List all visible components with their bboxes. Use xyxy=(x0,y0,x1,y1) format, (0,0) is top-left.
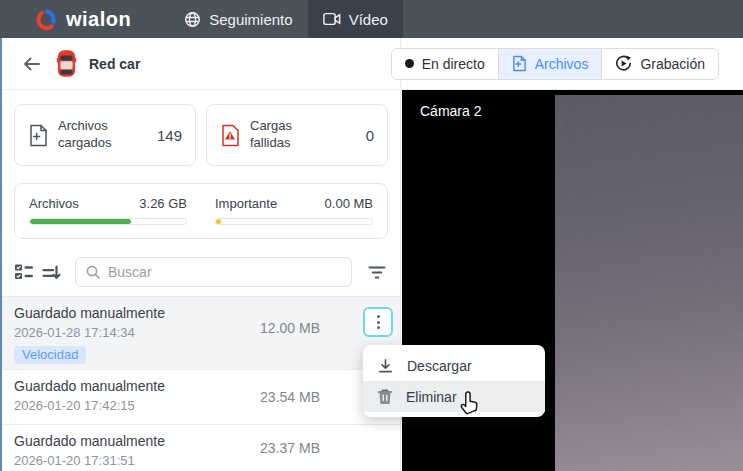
live-dot-icon xyxy=(405,59,414,68)
video-frame xyxy=(555,95,743,471)
multi-select-button[interactable] xyxy=(14,263,34,281)
top-navigation: Seguimiento Vídeo xyxy=(169,0,403,38)
wialon-logo-icon xyxy=(34,8,57,31)
window-edge xyxy=(0,38,2,471)
unit-header-left: Red car xyxy=(0,38,401,89)
camera-label: Cámara 2 xyxy=(420,103,481,119)
trash-icon xyxy=(377,388,393,405)
usage-progressbar xyxy=(215,218,373,225)
usage-label: Importante xyxy=(215,196,277,211)
files-panel: Archivos cargados 149 Cargas fallidas 0 xyxy=(0,90,401,471)
usage-label: Archivos xyxy=(29,196,79,211)
file-title: Guardado manualmente xyxy=(14,305,386,321)
tab-video[interactable]: Vídeo xyxy=(308,0,403,38)
list-toolbar xyxy=(14,257,386,287)
usage-value: 0.00 MB xyxy=(325,196,373,211)
menu-item-label: Eliminar xyxy=(406,389,457,405)
file-datetime: 2026-01-28 17:14:34 xyxy=(14,325,386,340)
video-mode-switch: En directo Archivos xyxy=(391,48,719,80)
search-box xyxy=(75,257,352,287)
unit-name: Red car xyxy=(89,56,140,72)
sort-button[interactable] xyxy=(42,264,61,281)
wialon-video-app: wialon Seguimiento xyxy=(0,0,743,471)
file-size: 12.00 MB xyxy=(260,320,320,336)
stat-label: Cargas fallidas xyxy=(250,118,334,152)
playback-icon xyxy=(615,55,632,72)
file-datetime: 2026-01-20 17:31:51 xyxy=(14,453,386,468)
stat-card-failed: Cargas fallidas 0 xyxy=(206,104,388,166)
back-button[interactable] xyxy=(20,53,44,75)
file-title: Guardado manualmente xyxy=(14,433,386,449)
file-list: Guardado manualmente 2026-01-28 17:14:34… xyxy=(0,296,400,471)
tab-label: Vídeo xyxy=(349,11,388,28)
tab-label: Seguimiento xyxy=(209,11,292,28)
video-camera-icon xyxy=(323,12,341,26)
usage-progressbar xyxy=(29,218,187,225)
menu-item-eliminar[interactable]: Eliminar xyxy=(363,381,545,412)
usage-value: 3.26 GB xyxy=(139,196,187,211)
unit-car-icon xyxy=(56,49,77,78)
row-actions-button[interactable] xyxy=(363,307,393,337)
brand-name: wialon xyxy=(66,8,131,31)
wialon-logo: wialon xyxy=(34,0,131,38)
file-error-icon xyxy=(220,124,240,147)
mode-label: Archivos xyxy=(535,56,589,72)
globe-icon xyxy=(184,11,201,28)
stat-label: Archivos cargados xyxy=(58,118,142,152)
tab-seguimiento[interactable]: Seguimiento xyxy=(169,0,307,38)
file-import-icon xyxy=(512,55,527,72)
file-row[interactable]: Guardado manualmente 2026-01-20 17:31:51… xyxy=(0,425,400,471)
mode-label: Grabación xyxy=(640,56,705,72)
usage-archivos: Archivos 3.26 GB xyxy=(15,196,201,225)
file-title: Guardado manualmente xyxy=(14,378,386,394)
usage-progress-fill xyxy=(30,219,131,224)
topbar: wialon Seguimiento xyxy=(0,0,743,38)
file-datetime: 2026-01-20 17:42:15 xyxy=(14,398,386,413)
download-icon xyxy=(377,358,394,374)
file-add-icon xyxy=(28,124,48,147)
file-row[interactable]: Guardado manualmente 2026-01-20 17:42:15… xyxy=(0,370,400,425)
mode-en-directo-button[interactable]: En directo xyxy=(392,49,499,79)
file-size: 23.37 MB xyxy=(260,440,320,456)
stats-cards: Archivos cargados 149 Cargas fallidas 0 xyxy=(14,104,388,166)
usage-progress-fill xyxy=(216,219,221,224)
stat-value: 149 xyxy=(157,127,182,144)
unit-header: Red car En directo Archivos xyxy=(0,38,743,90)
stat-value: 0 xyxy=(366,127,374,144)
menu-item-descargar[interactable]: Descargar xyxy=(363,350,545,381)
mode-grabacion-button[interactable]: Grabación xyxy=(602,49,718,79)
storage-usage-card: Archivos 3.26 GB Importante 0.00 MB xyxy=(14,183,388,239)
file-tag-badge: Velocidad xyxy=(14,346,86,364)
filter-icon[interactable] xyxy=(368,265,386,280)
menu-item-label: Descargar xyxy=(407,358,472,374)
mode-archivos-button[interactable]: Archivos xyxy=(499,49,603,79)
usage-importante: Importante 0.00 MB xyxy=(201,196,387,225)
file-context-menu: Descargar Eliminar xyxy=(363,345,545,417)
file-size: 23.54 MB xyxy=(260,389,320,405)
file-row[interactable]: Guardado manualmente 2026-01-28 17:14:34… xyxy=(0,297,400,370)
search-icon xyxy=(85,264,101,280)
mode-label: En directo xyxy=(422,56,485,72)
search-input[interactable] xyxy=(108,264,342,280)
stat-card-uploaded: Archivos cargados 149 xyxy=(14,104,196,166)
